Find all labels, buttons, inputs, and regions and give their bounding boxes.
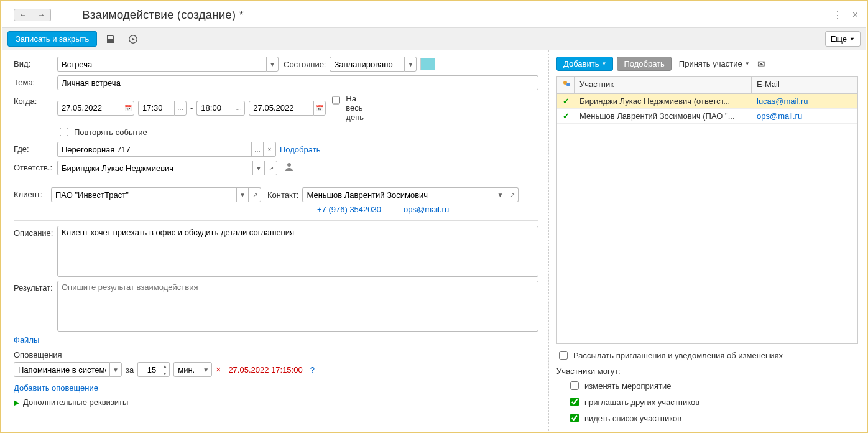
where-clear-button[interactable]: × <box>264 142 276 157</box>
contact-input[interactable] <box>302 187 494 202</box>
table-row[interactable]: ✓ Меньшов Лаврентий Зосимович (ПАО "... … <box>557 109 857 124</box>
where-more-button[interactable]: … <box>251 142 264 157</box>
notif-unit-dropdown-button[interactable]: ▼ <box>200 362 212 377</box>
time-start-more-button[interactable]: … <box>174 101 187 116</box>
participant-icon-header <box>557 77 575 93</box>
svg-point-3 <box>566 83 570 86</box>
send-invites-checkbox[interactable] <box>559 351 568 360</box>
client-dropdown-button[interactable]: ▼ <box>236 187 249 202</box>
contact-open-button[interactable]: ↗ <box>506 187 519 202</box>
participant-email[interactable]: lucas@mail.ru <box>757 96 808 106</box>
repeat-checkbox[interactable] <box>60 128 68 136</box>
date-end-input[interactable] <box>249 101 313 116</box>
participant-name: Меньшов Лаврентий Зосимович (ПАО "... <box>575 109 752 123</box>
participant-email[interactable]: ops@mail.ru <box>757 111 802 121</box>
state-dropdown-button[interactable]: ▼ <box>404 57 417 72</box>
responsible-label: Ответств.: <box>14 161 57 172</box>
notif-value-down-button[interactable]: ▼ <box>160 370 170 377</box>
where-label: Где: <box>14 142 57 154</box>
responsible-open-button[interactable]: ↗ <box>265 161 277 175</box>
client-label: Клиент: <box>14 187 51 199</box>
state-label: Состояние: <box>284 60 326 69</box>
type-label: Вид: <box>14 57 57 68</box>
result-textarea[interactable] <box>57 281 538 332</box>
contact-phone-link[interactable]: +7 (976) 3542030 <box>317 205 381 214</box>
type-dropdown-button[interactable]: ▼ <box>266 57 279 72</box>
description-label: Описание: <box>14 226 57 238</box>
extra-details-label: Дополнительные реквизиты <box>23 398 128 407</box>
notif-value-input[interactable] <box>137 362 160 377</box>
add-label: Добавить <box>563 59 599 68</box>
forward-button[interactable]: → <box>32 9 51 21</box>
back-button[interactable]: ← <box>14 9 32 21</box>
time-end-input[interactable] <box>196 101 233 116</box>
can-invite-label: приглашать других участников <box>584 398 699 407</box>
participant-header[interactable]: Участник <box>575 77 752 93</box>
notifications-heading: Оповещения <box>14 350 538 360</box>
allday-checkbox[interactable] <box>332 96 340 105</box>
participant-name: Биринджи Лукас Неджмиевич (ответст... <box>575 94 752 108</box>
accept-label: Принять участие <box>679 59 742 68</box>
person-icon <box>284 161 295 175</box>
send-invites-label: Рассылать приглашения и уведомления об и… <box>573 351 783 360</box>
extra-details-toggle[interactable]: ▶ Дополнительные реквизиты <box>14 398 538 407</box>
where-input[interactable] <box>57 142 251 157</box>
allday-label: На весь день <box>346 94 373 122</box>
client-open-button[interactable]: ↗ <box>249 187 261 202</box>
time-start-input[interactable] <box>138 101 174 116</box>
notif-unit-input[interactable] <box>173 362 200 377</box>
notif-type-dropdown-button[interactable]: ▼ <box>109 362 122 377</box>
envelope-icon[interactable]: ✉ <box>757 58 765 70</box>
can-modify-label: изменять мероприятие <box>584 381 672 391</box>
participants-can-label: Участники могут: <box>556 366 858 376</box>
check-icon: ✓ <box>563 111 570 121</box>
time-end-more-button[interactable]: … <box>233 101 245 116</box>
add-participant-button[interactable]: Добавить ▼ <box>556 57 613 71</box>
description-textarea[interactable]: Клиент хочет приехать в офис и обсудить … <box>57 226 538 277</box>
more-label: Еще <box>831 34 847 44</box>
contact-dropdown-button[interactable]: ▼ <box>494 187 506 202</box>
where-select-link[interactable]: Подобрать <box>280 145 320 154</box>
contact-label: Контакт: <box>267 190 298 200</box>
notif-value-up-button[interactable]: ▲ <box>160 362 170 370</box>
subject-input[interactable] <box>57 75 538 90</box>
type-input[interactable] <box>57 57 266 72</box>
close-icon[interactable]: × <box>852 9 858 21</box>
more-button[interactable]: Еще ▼ <box>825 31 861 47</box>
when-label: Когда: <box>14 94 57 106</box>
remove-notification-button[interactable]: × <box>216 365 221 375</box>
chevron-down-icon: ▼ <box>849 36 855 42</box>
menu-dots-icon[interactable]: ⋮ <box>833 9 843 21</box>
save-close-button[interactable]: Записать и закрыть <box>7 31 97 47</box>
client-input[interactable] <box>51 187 236 202</box>
participants-table: Участник E-Mail ✓ Биринджи Лукас Неджмие… <box>556 76 858 344</box>
select-participant-button[interactable]: Подобрать <box>617 57 671 71</box>
accept-participation-button[interactable]: Принять участие ▼ <box>675 57 754 70</box>
chevron-down-icon: ▼ <box>601 61 606 67</box>
date-end-calendar-icon[interactable]: 📅 <box>313 101 326 116</box>
can-modify-checkbox[interactable] <box>570 381 579 390</box>
notif-type-input[interactable] <box>14 362 109 377</box>
repeat-label: Повторять событие <box>74 128 147 137</box>
help-icon[interactable]: ? <box>310 365 315 375</box>
notification-time: 27.05.2022 17:15:00 <box>228 365 302 375</box>
run-icon[interactable] <box>124 31 142 47</box>
dash-separator: - <box>190 103 193 113</box>
responsible-dropdown-button[interactable]: ▼ <box>252 161 265 175</box>
date-start-calendar-icon[interactable]: 📅 <box>122 101 134 116</box>
can-see-checkbox[interactable] <box>570 414 579 422</box>
color-swatch[interactable] <box>420 58 435 70</box>
contact-email-link[interactable]: ops@mail.ru <box>404 205 449 214</box>
files-link[interactable]: Файлы <box>14 335 39 345</box>
email-header[interactable]: E-Mail <box>752 77 857 93</box>
can-invite-checkbox[interactable] <box>570 398 579 406</box>
result-label: Результат: <box>14 281 57 292</box>
table-row[interactable]: ✓ Биринджи Лукас Неджмиевич (ответст... … <box>557 94 857 109</box>
save-icon[interactable] <box>102 31 119 47</box>
chevron-down-icon: ▼ <box>745 61 750 67</box>
add-notification-link[interactable]: Добавить оповещение <box>14 383 98 393</box>
page-title: Взаимодействие (создание) * <box>82 8 833 22</box>
responsible-input[interactable] <box>57 161 252 175</box>
date-start-input[interactable] <box>57 101 122 116</box>
state-input[interactable] <box>330 57 404 72</box>
